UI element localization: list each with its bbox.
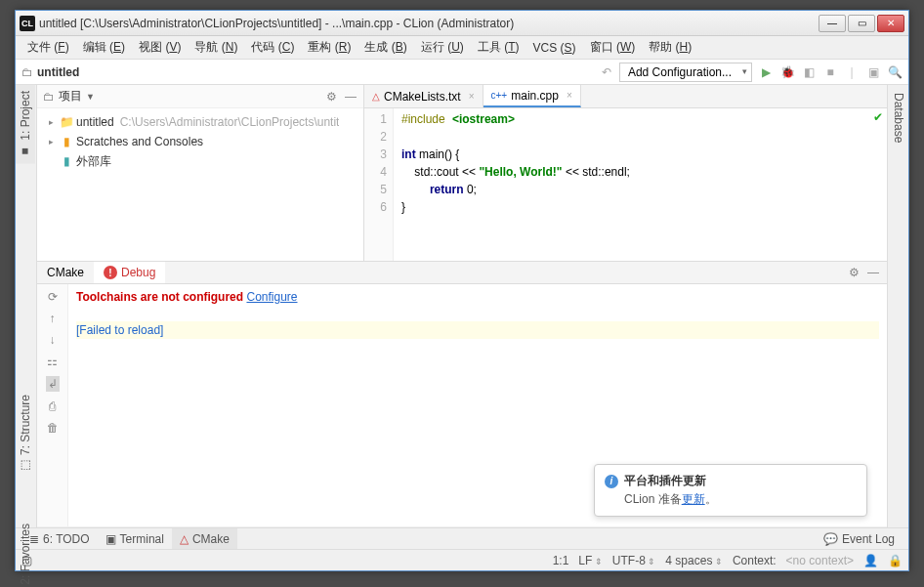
bottom-tab-terminal[interactable]: ▣Terminal	[98, 528, 172, 549]
inspection-icon[interactable]: 👤	[863, 554, 878, 567]
divider: |	[844, 65, 860, 79]
error-badge-icon: !	[104, 266, 117, 279]
editor-panel: △CMakeLists.txt×c++main.cpp× 123456 #inc…	[364, 85, 887, 261]
run-icon[interactable]: ▶	[758, 65, 774, 79]
debug-icon[interactable]: 🐞	[779, 65, 795, 79]
coverage-icon[interactable]: ◧	[801, 65, 817, 79]
cmake-icon: △	[180, 532, 189, 546]
collapse-icon[interactable]: —	[344, 90, 357, 104]
balloon-icon: 💬	[823, 532, 838, 546]
minimize-button[interactable]: —	[819, 15, 846, 32]
editor-tab[interactable]: c++main.cpp×	[483, 85, 581, 107]
lock-icon[interactable]: 🔒	[888, 554, 903, 567]
search-icon[interactable]: 🔍	[887, 65, 903, 79]
configure-link[interactable]: Configure	[246, 290, 297, 304]
close-icon[interactable]: ×	[567, 90, 572, 101]
maximize-button[interactable]: ▭	[848, 15, 875, 32]
project-tree[interactable]: ▸📁untitledC:\Users\Administrator\CLionPr…	[37, 108, 363, 175]
context-value[interactable]: <no context>	[786, 554, 854, 567]
menu-重构[interactable]: 重构 (R)	[302, 37, 357, 58]
project-panel-title: 项目	[59, 88, 82, 105]
tool-window-database[interactable]: Database	[888, 85, 909, 150]
menu-VCS[interactable]: VCS (S)	[527, 39, 582, 57]
failed-reload-message: [Failed to reload]	[76, 321, 879, 339]
notification-popup[interactable]: i平台和插件更新 CLion 准备更新。	[594, 464, 867, 517]
layout-icon[interactable]: ▣	[865, 65, 881, 79]
navigation-bar: 🗀 untitled ↶ Add Configuration... ▶ 🐞 ◧ …	[16, 60, 908, 85]
line-separator[interactable]: LF	[578, 554, 603, 567]
tool-tab-debug[interactable]: !Debug	[94, 262, 165, 283]
tree-item[interactable]: ▸▮Scratches and Consoles	[41, 132, 359, 151]
app-icon: CL	[20, 16, 35, 31]
editor-tab[interactable]: △CMakeLists.txt×	[364, 85, 483, 107]
context-label: Context:	[733, 554, 777, 567]
stop-icon[interactable]: ■	[822, 65, 838, 79]
print-icon[interactable]: ⎙	[49, 399, 56, 413]
down-icon[interactable]: ↓	[50, 333, 56, 347]
close-icon[interactable]: ×	[469, 91, 475, 102]
wrap-icon[interactable]: ↲	[46, 376, 60, 392]
notification-title: 平台和插件更新	[624, 473, 706, 489]
tool-window-header: CMake !Debug ⚙ —	[37, 261, 887, 284]
up-icon[interactable]: ↑	[50, 312, 56, 325]
file-encoding[interactable]: UTF-8	[612, 554, 656, 567]
update-link[interactable]: 更新	[682, 492, 705, 506]
menubar: 文件 (F)编辑 (E)视图 (V)导航 (N)代码 (C)重构 (R)生成 (…	[16, 36, 908, 60]
menu-代码[interactable]: 代码 (C)	[245, 37, 300, 58]
menu-工具[interactable]: 工具 (T)	[472, 37, 525, 58]
folder-icon: 🗀	[21, 65, 33, 79]
add-configuration-dropdown[interactable]: Add Configuration...	[619, 63, 752, 82]
breadcrumb[interactable]: untitled	[37, 65, 79, 79]
menu-运行[interactable]: 运行 (U)	[415, 37, 470, 58]
gear-icon[interactable]: ⚙	[849, 266, 860, 279]
tool-window-structure[interactable]: ⬚7: Structure	[16, 389, 35, 479]
trash-icon[interactable]: 🗑	[47, 421, 59, 435]
right-gutter: Database	[887, 85, 908, 527]
chevron-down-icon[interactable]: ▼	[86, 92, 95, 102]
indent-setting[interactable]: 4 spaces	[665, 554, 723, 567]
hide-icon[interactable]: —	[867, 266, 879, 279]
status-bar: ▢ 1:1 LF UTF-8 4 spaces Context: <no con…	[16, 549, 908, 570]
bottom-tool-tabs: ≣6: TODO ▣Terminal △CMake 💬Event Log	[16, 527, 908, 549]
bottom-tab-eventlog[interactable]: 💬Event Log	[816, 528, 903, 549]
line-number-gutter: 123456	[364, 108, 394, 261]
folder-icon: 🗀	[43, 90, 55, 104]
menu-导航[interactable]: 导航 (N)	[189, 37, 243, 58]
window-title: untitled [C:\Users\Administrator\CLionPr…	[39, 17, 817, 30]
refresh-icon[interactable]: ⟳	[48, 290, 58, 304]
project-panel: 🗀 项目 ▼ ⚙ — ▸📁untitledC:\Users\Administra…	[37, 85, 364, 261]
titlebar: CL untitled [C:\Users\Administrator\CLio…	[16, 11, 908, 36]
bottom-tab-cmake[interactable]: △CMake	[172, 528, 237, 549]
tool-output[interactable]: Toolchains are not configured Configure …	[68, 284, 887, 526]
tree-item[interactable]: ▸📁untitledC:\Users\Administrator\CLionPr…	[41, 112, 359, 132]
análisis-ok-icon: ✔	[873, 110, 883, 124]
terminal-icon: ▣	[105, 532, 116, 546]
menu-文件[interactable]: 文件 (F)	[21, 37, 75, 58]
nav-back-icon[interactable]: ↶	[602, 65, 611, 79]
caret-position[interactable]: 1:1	[553, 554, 569, 567]
close-button[interactable]: ✕	[877, 15, 904, 32]
tool-toolbar-left: ⟳ ↑ ↓ ⚏ ↲ ⎙ 🗑	[37, 284, 68, 526]
menu-编辑[interactable]: 编辑 (E)	[77, 37, 131, 58]
tool-tab-cmake[interactable]: CMake	[37, 262, 94, 283]
tool-window-project[interactable]: ■1: Project	[16, 85, 35, 164]
info-icon: i	[605, 475, 618, 488]
notification-body: CLion 准备更新。	[605, 491, 857, 508]
menu-生成[interactable]: 生成 (B)	[358, 37, 412, 58]
filter-icon[interactable]: ⚏	[47, 355, 58, 368]
gear-icon[interactable]: ⚙	[324, 90, 338, 104]
menu-视图[interactable]: 视图 (V)	[133, 37, 187, 58]
code-area[interactable]: #include <iostream> int main() { std::co…	[394, 108, 887, 261]
tree-item[interactable]: ▮外部库	[41, 151, 359, 171]
menu-帮助[interactable]: 帮助 (H)	[643, 37, 697, 58]
editor-tabs: △CMakeLists.txt×c++main.cpp×	[364, 85, 887, 108]
tool-window-body: ⟳ ↑ ↓ ⚏ ↲ ⎙ 🗑 Toolchains are not configu…	[37, 284, 887, 526]
tool-window-favorites[interactable]: ★2: Favorites	[16, 518, 35, 587]
menu-窗口[interactable]: 窗口 (W)	[584, 37, 642, 58]
